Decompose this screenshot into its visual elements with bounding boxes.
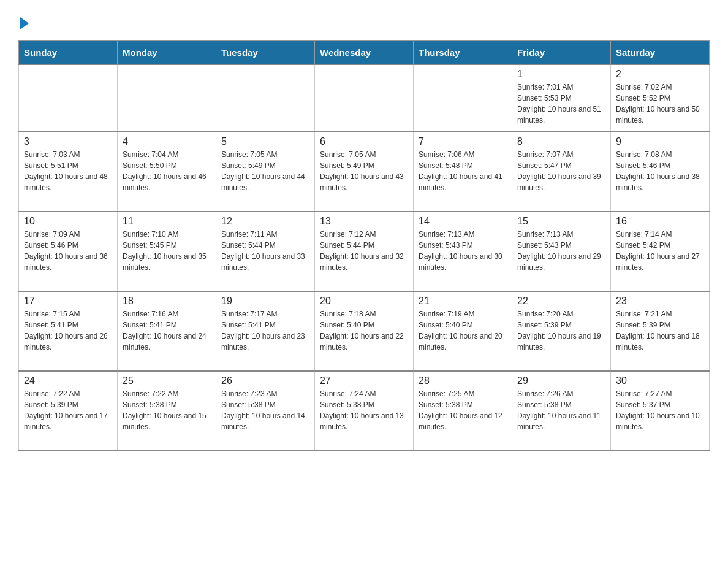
weekday-header-tuesday: Tuesday: [216, 41, 315, 65]
weekday-header-friday: Friday: [512, 41, 611, 65]
day-info: Sunrise: 7:16 AMSunset: 5:41 PMDaylight:…: [123, 308, 211, 353]
calendar-cell: 6Sunrise: 7:05 AMSunset: 5:49 PMDaylight…: [315, 132, 414, 212]
day-number: 24: [24, 375, 112, 386]
day-number: 17: [24, 296, 112, 307]
day-number: 19: [221, 296, 309, 307]
calendar-cell: 24Sunrise: 7:22 AMSunset: 5:39 PMDayligh…: [19, 371, 118, 451]
day-info: Sunrise: 7:24 AMSunset: 5:38 PMDaylight:…: [320, 388, 408, 432]
calendar-cell: 12Sunrise: 7:11 AMSunset: 5:44 PMDayligh…: [216, 212, 315, 291]
header: [18, 12, 710, 28]
day-number: 23: [616, 296, 704, 307]
calendar-cell: [216, 64, 315, 132]
calendar-cell: 1Sunrise: 7:01 AMSunset: 5:53 PMDaylight…: [512, 64, 611, 132]
calendar-week-5: 24Sunrise: 7:22 AMSunset: 5:39 PMDayligh…: [19, 371, 710, 451]
day-number: 27: [320, 375, 408, 386]
day-number: 11: [123, 216, 211, 227]
day-info: Sunrise: 7:19 AMSunset: 5:40 PMDaylight:…: [419, 308, 507, 353]
day-info: Sunrise: 7:25 AMSunset: 5:38 PMDaylight:…: [419, 388, 507, 432]
calendar-cell: 18Sunrise: 7:16 AMSunset: 5:41 PMDayligh…: [118, 291, 216, 371]
day-number: 25: [123, 375, 211, 386]
day-number: 14: [419, 216, 507, 227]
day-info: Sunrise: 7:03 AMSunset: 5:51 PMDaylight:…: [24, 149, 112, 193]
calendar-header-row: SundayMondayTuesdayWednesdayThursdayFrid…: [19, 41, 710, 65]
day-info: Sunrise: 7:20 AMSunset: 5:39 PMDaylight:…: [517, 308, 605, 353]
day-info: Sunrise: 7:01 AMSunset: 5:53 PMDaylight:…: [517, 82, 605, 126]
calendar-cell: 7Sunrise: 7:06 AMSunset: 5:48 PMDaylight…: [414, 132, 512, 212]
calendar-cell: [315, 64, 414, 132]
day-info: Sunrise: 7:06 AMSunset: 5:48 PMDaylight:…: [419, 149, 507, 193]
calendar-cell: 5Sunrise: 7:05 AMSunset: 5:49 PMDaylight…: [216, 132, 315, 212]
calendar-cell: 17Sunrise: 7:15 AMSunset: 5:41 PMDayligh…: [19, 291, 118, 371]
day-number: 2: [616, 69, 704, 80]
calendar-cell: 20Sunrise: 7:18 AMSunset: 5:40 PMDayligh…: [315, 291, 414, 371]
logo-arrow-icon: [20, 17, 29, 29]
day-info: Sunrise: 7:13 AMSunset: 5:43 PMDaylight:…: [517, 229, 605, 273]
weekday-header-wednesday: Wednesday: [315, 41, 414, 65]
day-info: Sunrise: 7:08 AMSunset: 5:46 PMDaylight:…: [616, 149, 704, 193]
day-number: 15: [517, 216, 605, 227]
weekday-header-sunday: Sunday: [19, 41, 118, 65]
calendar-cell: 19Sunrise: 7:17 AMSunset: 5:41 PMDayligh…: [216, 291, 315, 371]
weekday-header-monday: Monday: [118, 41, 216, 65]
day-number: 8: [517, 136, 605, 147]
day-info: Sunrise: 7:07 AMSunset: 5:47 PMDaylight:…: [517, 149, 605, 193]
day-info: Sunrise: 7:14 AMSunset: 5:42 PMDaylight:…: [616, 229, 704, 273]
day-info: Sunrise: 7:05 AMSunset: 5:49 PMDaylight:…: [320, 149, 408, 193]
day-number: 6: [320, 136, 408, 147]
day-number: 18: [123, 296, 211, 307]
calendar-cell: [414, 64, 512, 132]
day-info: Sunrise: 7:05 AMSunset: 5:49 PMDaylight:…: [221, 149, 309, 193]
day-info: Sunrise: 7:22 AMSunset: 5:38 PMDaylight:…: [123, 388, 211, 432]
day-info: Sunrise: 7:22 AMSunset: 5:39 PMDaylight:…: [24, 388, 112, 432]
day-number: 16: [616, 216, 704, 227]
calendar-cell: [19, 64, 118, 132]
calendar-cell: 29Sunrise: 7:26 AMSunset: 5:38 PMDayligh…: [512, 371, 611, 451]
day-number: 28: [419, 375, 507, 386]
day-info: Sunrise: 7:27 AMSunset: 5:37 PMDaylight:…: [616, 388, 704, 432]
calendar-cell: 10Sunrise: 7:09 AMSunset: 5:46 PMDayligh…: [19, 212, 118, 291]
day-number: 26: [221, 375, 309, 386]
day-number: 13: [320, 216, 408, 227]
calendar-cell: 11Sunrise: 7:10 AMSunset: 5:45 PMDayligh…: [118, 212, 216, 291]
calendar-cell: 4Sunrise: 7:04 AMSunset: 5:50 PMDaylight…: [118, 132, 216, 212]
calendar-week-1: 1Sunrise: 7:01 AMSunset: 5:53 PMDaylight…: [19, 64, 710, 132]
day-number: 12: [221, 216, 309, 227]
calendar-cell: 15Sunrise: 7:13 AMSunset: 5:43 PMDayligh…: [512, 212, 611, 291]
calendar-cell: 13Sunrise: 7:12 AMSunset: 5:44 PMDayligh…: [315, 212, 414, 291]
logo: [18, 12, 29, 28]
calendar-cell: 27Sunrise: 7:24 AMSunset: 5:38 PMDayligh…: [315, 371, 414, 451]
day-info: Sunrise: 7:21 AMSunset: 5:39 PMDaylight:…: [616, 308, 704, 353]
day-number: 7: [419, 136, 507, 147]
calendar-week-3: 10Sunrise: 7:09 AMSunset: 5:46 PMDayligh…: [19, 212, 710, 291]
day-number: 3: [24, 136, 112, 147]
day-number: 22: [517, 296, 605, 307]
calendar-cell: 14Sunrise: 7:13 AMSunset: 5:43 PMDayligh…: [414, 212, 512, 291]
day-info: Sunrise: 7:09 AMSunset: 5:46 PMDaylight:…: [24, 229, 112, 273]
calendar-cell: 8Sunrise: 7:07 AMSunset: 5:47 PMDaylight…: [512, 132, 611, 212]
day-info: Sunrise: 7:18 AMSunset: 5:40 PMDaylight:…: [320, 308, 408, 353]
day-info: Sunrise: 7:17 AMSunset: 5:41 PMDaylight:…: [221, 308, 309, 353]
calendar-cell: [118, 64, 216, 132]
day-info: Sunrise: 7:15 AMSunset: 5:41 PMDaylight:…: [24, 308, 112, 353]
calendar-cell: 30Sunrise: 7:27 AMSunset: 5:37 PMDayligh…: [611, 371, 710, 451]
day-number: 30: [616, 375, 704, 386]
calendar-cell: 23Sunrise: 7:21 AMSunset: 5:39 PMDayligh…: [611, 291, 710, 371]
day-number: 9: [616, 136, 704, 147]
day-info: Sunrise: 7:12 AMSunset: 5:44 PMDaylight:…: [320, 229, 408, 273]
day-number: 20: [320, 296, 408, 307]
weekday-header-saturday: Saturday: [611, 41, 710, 65]
calendar-cell: 26Sunrise: 7:23 AMSunset: 5:38 PMDayligh…: [216, 371, 315, 451]
day-info: Sunrise: 7:13 AMSunset: 5:43 PMDaylight:…: [419, 229, 507, 273]
day-info: Sunrise: 7:10 AMSunset: 5:45 PMDaylight:…: [123, 229, 211, 273]
day-number: 29: [517, 375, 605, 386]
day-info: Sunrise: 7:02 AMSunset: 5:52 PMDaylight:…: [616, 82, 704, 126]
calendar-cell: 25Sunrise: 7:22 AMSunset: 5:38 PMDayligh…: [118, 371, 216, 451]
calendar-week-2: 3Sunrise: 7:03 AMSunset: 5:51 PMDaylight…: [19, 132, 710, 212]
calendar-week-4: 17Sunrise: 7:15 AMSunset: 5:41 PMDayligh…: [19, 291, 710, 371]
calendar-cell: 21Sunrise: 7:19 AMSunset: 5:40 PMDayligh…: [414, 291, 512, 371]
day-number: 5: [221, 136, 309, 147]
day-number: 1: [517, 69, 605, 80]
calendar-cell: 2Sunrise: 7:02 AMSunset: 5:52 PMDaylight…: [611, 64, 710, 132]
weekday-header-thursday: Thursday: [414, 41, 512, 65]
day-info: Sunrise: 7:23 AMSunset: 5:38 PMDaylight:…: [221, 388, 309, 432]
